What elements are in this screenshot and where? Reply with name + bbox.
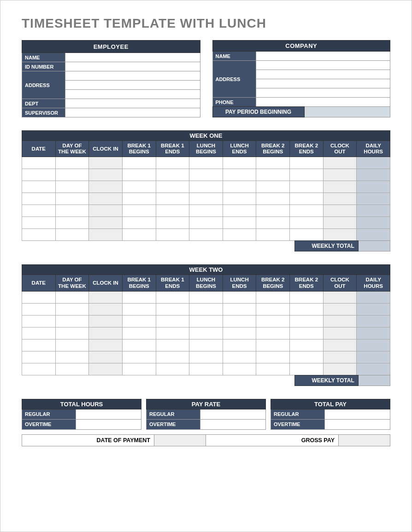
cell[interactable] bbox=[290, 363, 324, 375]
cell[interactable] bbox=[55, 229, 89, 241]
cell[interactable] bbox=[22, 157, 56, 169]
cell[interactable] bbox=[55, 205, 89, 217]
cell[interactable] bbox=[55, 217, 89, 229]
cell[interactable] bbox=[323, 363, 357, 375]
cell[interactable] bbox=[223, 181, 256, 193]
cell[interactable] bbox=[89, 229, 123, 241]
cell[interactable] bbox=[122, 303, 156, 315]
cell[interactable] bbox=[223, 229, 256, 241]
cell[interactable] bbox=[256, 193, 290, 205]
cell[interactable] bbox=[189, 315, 223, 327]
cell[interactable] bbox=[290, 181, 324, 193]
total-hours-overtime-value[interactable] bbox=[76, 419, 141, 429]
cell[interactable] bbox=[122, 315, 156, 327]
pay-rate-overtime-value[interactable] bbox=[200, 419, 265, 429]
cell[interactable] bbox=[256, 291, 290, 303]
gross-pay-value[interactable] bbox=[339, 434, 390, 446]
cell[interactable] bbox=[122, 339, 156, 351]
cell[interactable] bbox=[223, 157, 256, 169]
cell[interactable] bbox=[89, 291, 123, 303]
cell[interactable] bbox=[22, 229, 56, 241]
cell[interactable] bbox=[22, 291, 56, 303]
cell[interactable] bbox=[290, 193, 324, 205]
cell[interactable] bbox=[22, 217, 56, 229]
cell[interactable] bbox=[357, 327, 390, 339]
cell[interactable] bbox=[323, 169, 357, 181]
cell[interactable] bbox=[357, 205, 390, 217]
cell[interactable] bbox=[290, 303, 324, 315]
cell[interactable] bbox=[122, 327, 156, 339]
cell[interactable] bbox=[223, 205, 256, 217]
cell[interactable] bbox=[55, 181, 89, 193]
cell[interactable] bbox=[189, 303, 223, 315]
cell[interactable] bbox=[156, 229, 189, 241]
cell[interactable] bbox=[256, 181, 290, 193]
cell[interactable] bbox=[156, 303, 189, 315]
cell[interactable] bbox=[156, 157, 189, 169]
cell[interactable] bbox=[256, 303, 290, 315]
cell[interactable] bbox=[22, 205, 56, 217]
cell[interactable] bbox=[290, 229, 324, 241]
cell[interactable] bbox=[323, 291, 357, 303]
cell[interactable] bbox=[223, 351, 256, 363]
cell[interactable] bbox=[89, 363, 123, 375]
cell[interactable] bbox=[357, 229, 390, 241]
cell[interactable] bbox=[223, 303, 256, 315]
cell[interactable] bbox=[22, 169, 56, 181]
cell[interactable] bbox=[223, 193, 256, 205]
cell[interactable] bbox=[22, 193, 56, 205]
cell[interactable] bbox=[156, 181, 189, 193]
cell[interactable] bbox=[290, 217, 324, 229]
cell[interactable] bbox=[256, 229, 290, 241]
cell[interactable] bbox=[357, 169, 390, 181]
cell[interactable] bbox=[156, 315, 189, 327]
cell[interactable] bbox=[55, 315, 89, 327]
cell[interactable] bbox=[55, 351, 89, 363]
cell[interactable] bbox=[223, 363, 256, 375]
cell[interactable] bbox=[55, 303, 89, 315]
cell[interactable] bbox=[256, 327, 290, 339]
cell[interactable] bbox=[189, 351, 223, 363]
company-address-1[interactable] bbox=[256, 61, 390, 70]
cell[interactable] bbox=[357, 193, 390, 205]
cell[interactable] bbox=[189, 217, 223, 229]
employee-name-field[interactable] bbox=[65, 53, 200, 62]
cell[interactable] bbox=[290, 291, 324, 303]
cell[interactable] bbox=[122, 351, 156, 363]
cell[interactable] bbox=[323, 193, 357, 205]
employee-id-field[interactable] bbox=[65, 62, 200, 71]
cell[interactable] bbox=[256, 315, 290, 327]
cell[interactable] bbox=[55, 169, 89, 181]
cell[interactable] bbox=[22, 351, 56, 363]
cell[interactable] bbox=[122, 181, 156, 193]
cell[interactable] bbox=[223, 169, 256, 181]
cell[interactable] bbox=[357, 315, 390, 327]
cell[interactable] bbox=[89, 327, 123, 339]
cell[interactable] bbox=[357, 339, 390, 351]
cell[interactable] bbox=[122, 363, 156, 375]
cell[interactable] bbox=[323, 351, 357, 363]
cell[interactable] bbox=[156, 327, 189, 339]
week-two-total-value[interactable] bbox=[359, 375, 390, 386]
cell[interactable] bbox=[122, 169, 156, 181]
employee-address-1[interactable] bbox=[65, 71, 200, 81]
cell[interactable] bbox=[357, 363, 390, 375]
cell[interactable] bbox=[55, 363, 89, 375]
company-address-2[interactable] bbox=[256, 70, 390, 79]
cell[interactable] bbox=[256, 217, 290, 229]
total-pay-regular-value[interactable] bbox=[324, 409, 390, 419]
cell[interactable] bbox=[55, 157, 89, 169]
cell[interactable] bbox=[156, 363, 189, 375]
cell[interactable] bbox=[357, 217, 390, 229]
cell[interactable] bbox=[22, 327, 56, 339]
company-address-3[interactable] bbox=[256, 79, 390, 88]
cell[interactable] bbox=[290, 157, 324, 169]
cell[interactable] bbox=[22, 303, 56, 315]
cell[interactable] bbox=[89, 157, 123, 169]
cell[interactable] bbox=[223, 339, 256, 351]
cell[interactable] bbox=[256, 363, 290, 375]
cell[interactable] bbox=[89, 193, 123, 205]
cell[interactable] bbox=[22, 181, 56, 193]
cell[interactable] bbox=[357, 181, 390, 193]
company-phone-field[interactable] bbox=[256, 98, 390, 107]
